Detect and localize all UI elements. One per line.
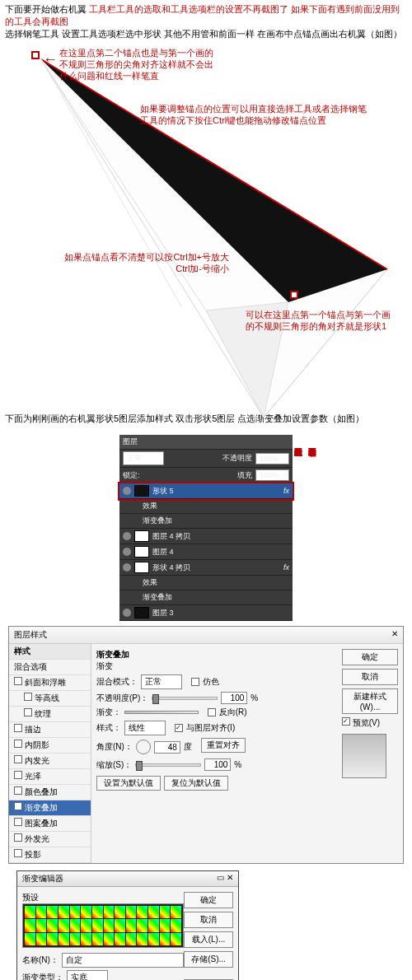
style-label: 渐变叠加 — [25, 803, 58, 812]
style-item[interactable]: 内阴影 — [9, 738, 91, 754]
layer-name: 效果 — [143, 577, 157, 588]
dialog-titlebar: 图层样式 ✕ — [9, 627, 403, 644]
checkbox[interactable] — [24, 708, 32, 716]
opacity-value[interactable]: 100% — [255, 453, 289, 464]
checkbox[interactable] — [14, 771, 22, 779]
airplane-canvas: ← 在这里点第二个锚点也是与第一个画的不规则三角形的尖角对齐这样就不会出什么问题… — [0, 45, 412, 424]
visibility-icon[interactable] — [123, 532, 131, 540]
style-label: 等高线 — [35, 693, 59, 702]
layer-row-shape5[interactable]: 形状 5fx — [119, 483, 293, 499]
visibility-icon[interactable] — [123, 487, 131, 495]
style-item[interactable]: 投影 — [9, 847, 91, 863]
blendmode-label: 混合模式： — [96, 676, 138, 688]
style-item[interactable]: 颜色叠加 — [9, 785, 91, 800]
close-icon[interactable]: ✕ — [391, 629, 398, 641]
checkbox[interactable] — [14, 833, 22, 842]
angle-dial[interactable] — [136, 740, 151, 754]
checkbox[interactable] — [14, 802, 22, 810]
layer-row-effects[interactable]: 效果 — [119, 576, 293, 590]
annotation-4: 可以在这里点第一个锚点与第一个画的不规则三角形的角对齐就是形状1 — [246, 309, 394, 332]
layer-row-effects[interactable]: 效果 — [119, 499, 293, 514]
ok-button[interactable]: 确定 — [342, 649, 398, 665]
checkbox[interactable] — [14, 786, 22, 795]
pct: % — [250, 693, 258, 702]
style-item[interactable]: 外发光 — [9, 832, 91, 847]
blend-options[interactable]: 混合选项 — [9, 660, 91, 675]
fx-icon[interactable]: fx — [283, 487, 289, 495]
layer-thumb — [134, 530, 149, 542]
scale-slider[interactable] — [135, 763, 201, 767]
checkbox[interactable] — [14, 677, 22, 685]
checkbox[interactable] — [14, 724, 22, 732]
style-select[interactable]: 线性 — [124, 721, 166, 735]
style-item[interactable]: 图案叠加 — [9, 816, 91, 832]
reverse-label: 反向(R) — [219, 707, 247, 718]
newstyle-button[interactable]: 新建样式(W)... — [342, 688, 398, 714]
checkbox[interactable] — [14, 818, 22, 826]
style-item[interactable]: 光泽 — [9, 769, 91, 785]
preview-checkbox[interactable] — [342, 717, 350, 726]
style-item[interactable]: 纹理 — [9, 707, 91, 722]
blendmode-select[interactable]: 正常 — [123, 451, 164, 465]
style-item[interactable]: 内发光 — [9, 754, 91, 769]
visibility-icon[interactable] — [123, 563, 131, 572]
layer-row[interactable]: 图层 3 — [119, 605, 293, 621]
save-button[interactable]: 存储(S)... — [184, 951, 233, 968]
annotation-1: 在这里点第二个锚点也是与第一个画的不规则三角形的尖角对齐这样就不会出什么问题和红… — [59, 47, 216, 82]
dither-checkbox[interactable] — [191, 678, 199, 686]
opacity-input[interactable]: 100 — [221, 692, 247, 704]
airplane-section: 下面要开始做右机翼 工具栏工具的选取和工具选项栏的设置不再截图了 如果下面有遇到… — [0, 0, 412, 408]
angle-input[interactable]: 48 — [154, 741, 180, 754]
visibility-icon[interactable] — [123, 609, 131, 617]
cancel-button[interactable]: 取消 — [184, 912, 233, 928]
layer-thumb — [134, 485, 149, 497]
visibility-icon[interactable] — [123, 548, 131, 556]
fill-value[interactable]: 100% — [255, 469, 289, 481]
layers-panel-wrap: 图层 正常 不透明度 100% 锁定: 填充 100% 形状 5fx 效果 渐变… — [0, 435, 412, 621]
set-default-button[interactable]: 设置为默认值 — [96, 776, 161, 791]
reset-align-button[interactable]: 重置对齐 — [201, 738, 246, 753]
type-select[interactable]: 实底 — [67, 970, 108, 980]
checkbox[interactable] — [14, 755, 22, 763]
load-button[interactable]: 载入(L)... — [184, 931, 233, 948]
reverse-checkbox[interactable] — [208, 708, 216, 716]
fx-icon[interactable]: fx — [283, 563, 289, 572]
preset-swatches[interactable] — [22, 903, 184, 948]
anchor-marker-2 — [290, 291, 298, 299]
cancel-button[interactable]: 取消 — [342, 669, 398, 685]
deg: 度 — [184, 741, 192, 753]
scale-input[interactable]: 100 — [204, 758, 231, 771]
layer-name: 效果 — [143, 501, 157, 511]
layers-tab[interactable]: 图层 — [119, 435, 293, 450]
close-icon[interactable]: ▭ ✕ — [217, 873, 233, 884]
style-label: 描边 — [25, 725, 41, 734]
layer-row[interactable]: 图层 4 — [119, 544, 293, 560]
styles-header: 样式 — [9, 644, 91, 660]
reset-default-button[interactable]: 复位为默认值 — [164, 776, 228, 791]
layer-name: 图层 4 — [152, 547, 174, 558]
layer-row-gradient[interactable]: 渐变叠加 — [119, 590, 293, 605]
align-checkbox[interactable] — [175, 724, 183, 732]
layer-row[interactable]: 图层 4 拷贝 — [119, 529, 293, 544]
layer-row-gradient[interactable]: 渐变叠加 — [119, 514, 293, 529]
gradient-picker[interactable] — [124, 711, 199, 714]
checkbox[interactable] — [14, 740, 22, 748]
opacity-slider[interactable] — [152, 697, 218, 700]
style-item[interactable]: 描边 — [9, 722, 91, 738]
style-item[interactable]: 等高线 — [9, 691, 91, 707]
layer-style-dialog: 图层样式 ✕ 样式 混合选项 斜面和浮雕 等高线 纹理 描边 内阴影 内发光 光… — [8, 626, 404, 864]
name-input[interactable]: 自定 — [62, 953, 184, 968]
style-item-gradient[interactable]: 渐变叠加 — [9, 800, 91, 816]
style-item[interactable]: 斜面和浮雕 — [9, 675, 91, 691]
blendmode-select[interactable]: 正常 — [141, 674, 182, 689]
layer-row[interactable]: 形状 4 拷贝fx — [119, 560, 293, 576]
preview-swatch — [342, 734, 386, 778]
style-label: 内发光 — [25, 756, 49, 765]
intro-1a: 下面要开始做右机翼 — [5, 4, 89, 14]
layer-name: 形状 5 — [152, 486, 174, 497]
type-label: 渐变类型： — [22, 972, 63, 980]
style-label: 图案叠加 — [25, 819, 58, 828]
checkbox[interactable] — [24, 693, 32, 701]
checkbox[interactable] — [14, 849, 22, 857]
ok-button[interactable]: 确定 — [184, 892, 233, 908]
